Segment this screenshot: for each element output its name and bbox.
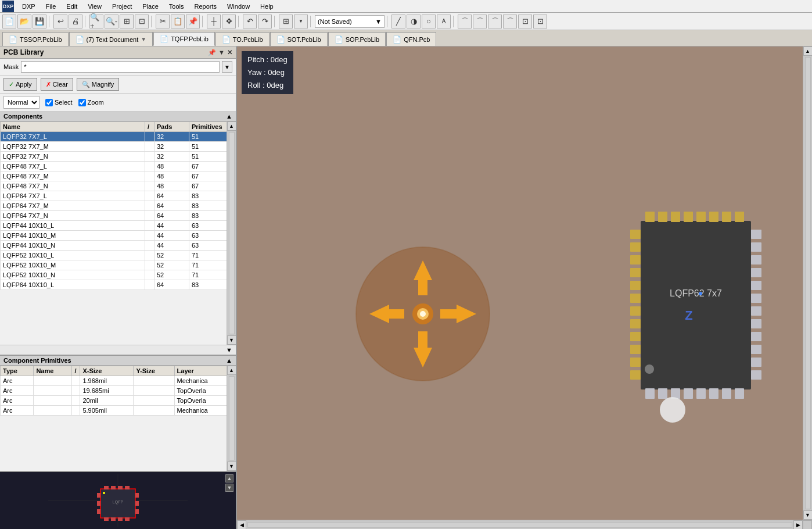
comp-scroll-down[interactable]: ▼ — [222, 345, 236, 355]
prim-scroll-up[interactable]: ▲ — [226, 357, 232, 364]
curve3-btn[interactable]: ⌒ — [488, 15, 502, 28]
table-row[interactable]: LQFP44 10X10_N4463 — [1, 241, 236, 251]
curve6-btn[interactable]: ⊡ — [533, 15, 547, 28]
cut-btn[interactable]: ✂ — [156, 15, 170, 28]
line-btn[interactable]: ╱ — [391, 15, 405, 28]
scroll-v-track[interactable] — [805, 57, 811, 509]
tab-sop[interactable]: 📄 SOP.PcbLib — [328, 32, 386, 46]
prim-col-type[interactable]: Type — [1, 366, 34, 376]
table-row[interactable]: LQFP48 7X7_L4867 — [1, 162, 236, 171]
scroll-up-btn[interactable]: ▲ — [803, 47, 813, 56]
menu-help[interactable]: Help — [256, 2, 278, 11]
panel-close-icon[interactable]: ✕ — [227, 49, 232, 56]
tab-tssop[interactable]: 📄 TSSOP.PcbLib — [2, 32, 69, 46]
list-item[interactable]: Arc20milTopOverla — [1, 396, 236, 406]
prim-col-name[interactable]: Name — [34, 366, 72, 376]
prim-col-xsize[interactable]: X-Size — [80, 366, 134, 376]
prim-scroll-down-btn[interactable]: ▼ — [227, 462, 236, 471]
menu-tools[interactable]: Tools — [164, 2, 189, 11]
zoom-checkbox[interactable] — [78, 99, 86, 106]
table-row[interactable]: LQFP64 7X7_M6483 — [1, 201, 236, 211]
scroll-down-btn[interactable]: ▼ — [803, 510, 813, 520]
table-row[interactable]: LQFP48 7X7_M4867 — [1, 171, 236, 181]
clear-button[interactable]: ✗ Clear — [41, 78, 73, 91]
tab-textdoc[interactable]: 📄 (7) Text Document ▼ — [69, 32, 153, 46]
select-checkbox[interactable] — [45, 99, 53, 106]
table-row[interactable]: LQFP52 10X10_N5271 — [1, 270, 236, 280]
grid-btn[interactable]: ⊞ — [279, 15, 293, 28]
list-item[interactable]: Arc5.905milMechanica — [1, 406, 236, 416]
canvas-area[interactable]: Pitch : 0deg Yaw : 0deg Roll : 0deg — [237, 47, 812, 529]
normal-select[interactable]: Normal — [3, 96, 39, 109]
menu-window[interactable]: Window — [222, 2, 254, 11]
list-item[interactable]: Arc1.968milMechanica — [1, 376, 236, 386]
table-row[interactable]: LQFP64 10X10_L6483 — [1, 280, 236, 290]
select-btn[interactable]: ┼ — [207, 15, 221, 28]
tab-qfn[interactable]: 📄 QFN.Pcb — [386, 32, 436, 46]
col-name[interactable]: Name — [1, 122, 145, 132]
prim-col-ysize[interactable]: Y-Size — [134, 366, 174, 376]
zoom-out-btn[interactable]: 🔍- — [105, 15, 118, 28]
move-btn[interactable]: ✥ — [222, 15, 236, 28]
tab-to[interactable]: 📄 TO.PcbLib — [215, 32, 270, 46]
table-row[interactable]: LQFP32 7X7_M3251 — [1, 142, 236, 152]
magnify-button[interactable]: 🔍 Magnify — [77, 78, 120, 91]
grid-dd-btn[interactable]: ▼ — [294, 15, 308, 28]
menu-place[interactable]: Place — [138, 2, 163, 11]
zoom-fit-btn[interactable]: ⊞ — [120, 15, 134, 28]
zoom-area-btn[interactable]: ⊡ — [135, 15, 149, 28]
new-btn[interactable]: 📄 — [2, 15, 16, 28]
menu-dxp[interactable]: DXP — [17, 2, 40, 11]
select-checkbox-label[interactable]: Select — [45, 99, 73, 106]
curve5-btn[interactable]: ⊡ — [518, 15, 532, 28]
print-btn[interactable]: 🖨 — [69, 15, 82, 28]
panel-menu-icon[interactable]: ▼ — [218, 49, 225, 56]
mask-input[interactable] — [21, 61, 220, 73]
zoom-checkbox-label[interactable]: Zoom — [78, 99, 104, 106]
col-pads[interactable]: Pads — [155, 122, 189, 132]
curve2-btn[interactable]: ⌒ — [473, 15, 487, 28]
tab-textdoc-close[interactable]: ▼ — [141, 36, 146, 42]
menu-reports[interactable]: Reports — [189, 2, 221, 11]
scroll-right-btn[interactable]: ▶ — [793, 520, 803, 530]
table-row[interactable]: LQFP32 7X7_L3251 — [1, 132, 236, 142]
prim-scroll-up-btn[interactable]: ▲ — [227, 366, 236, 375]
menu-file[interactable]: File — [41, 2, 61, 11]
apply-button[interactable]: ✓ Apply — [3, 78, 37, 91]
table-row[interactable]: LQFP32 7X7_N3251 — [1, 152, 236, 162]
scroll-left-btn[interactable]: ◀ — [237, 520, 246, 530]
panel-pin-icon[interactable]: 📌 — [208, 49, 216, 56]
table-row[interactable]: LQFP44 10X10_M4463 — [1, 231, 236, 241]
list-item[interactable]: Arc19.685miTopOverla — [1, 386, 236, 396]
not-saved-dropdown[interactable]: (Not Saved) ▼ — [315, 15, 385, 28]
thumb-down-btn[interactable]: ▼ — [225, 484, 233, 492]
thumb-up-btn[interactable]: ▲ — [225, 474, 233, 482]
table-row[interactable]: LQFP52 10X10_L5271 — [1, 251, 236, 260]
menu-view[interactable]: View — [83, 2, 106, 11]
curve4-btn[interactable]: ⌒ — [503, 15, 517, 28]
prim-scroll-track[interactable] — [229, 376, 235, 460]
paste-btn[interactable]: 📌 — [186, 15, 200, 28]
tab-sot[interactable]: 📄 SOT.PcbLib — [270, 32, 328, 46]
table-row[interactable]: LQFP64 7X7_N6483 — [1, 211, 236, 221]
circle-btn[interactable]: ○ — [422, 15, 436, 28]
save-btn[interactable]: 💾 — [33, 15, 46, 28]
prim-col-sort[interactable]: / — [72, 366, 80, 376]
undo2-btn[interactable]: ↶ — [243, 15, 257, 28]
menu-project[interactable]: Project — [107, 2, 136, 11]
table-row[interactable]: LQFP44 10X10_L4463 — [1, 221, 236, 231]
copy-btn[interactable]: 📋 — [171, 15, 185, 28]
zoom-in-btn[interactable]: 🔍+ — [89, 15, 103, 28]
curve1-btn[interactable]: ⌒ — [458, 15, 472, 28]
tab-tqfp[interactable]: 📄 TQFP.PcbLib — [153, 32, 215, 46]
menu-edit[interactable]: Edit — [62, 2, 82, 11]
text-btn[interactable]: A — [437, 15, 451, 28]
mask-dropdown-btn[interactable]: ▼ — [222, 61, 232, 73]
scroll-h-track[interactable] — [247, 522, 792, 528]
table-row[interactable]: LQFP52 10X10_M5271 — [1, 260, 236, 270]
comp-scroll-track[interactable] — [229, 132, 235, 334]
table-row[interactable]: LQFP64 7X7_L6483 — [1, 191, 236, 201]
comp-scroll-up[interactable]: ▲ — [226, 113, 232, 120]
comp-scroll-down-btn[interactable]: ▼ — [227, 335, 236, 345]
comp-scroll-up-btn[interactable]: ▲ — [227, 121, 236, 131]
